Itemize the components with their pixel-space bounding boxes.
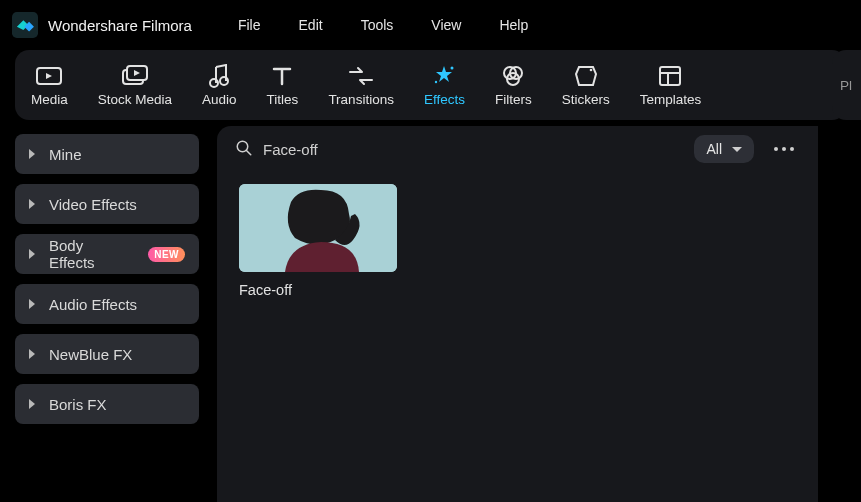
- search-icon: [235, 139, 253, 160]
- stickers-icon: [574, 64, 598, 88]
- right-panel-hint: Pl: [840, 78, 852, 93]
- svg-point-9: [435, 80, 437, 82]
- sidebar-item-newblue-fx[interactable]: NewBlue FX: [15, 334, 199, 374]
- tab-label: Filters: [495, 92, 532, 107]
- tab-label: Stickers: [562, 92, 610, 107]
- sidebar: Mine Video Effects Body Effects NEW Audi…: [15, 126, 199, 502]
- sidebar-item-boris-fx[interactable]: Boris FX: [15, 384, 199, 424]
- audio-icon: [208, 64, 230, 88]
- chevron-right-icon: [29, 399, 35, 409]
- transitions-icon: [348, 64, 374, 88]
- chevron-right-icon: [29, 299, 35, 309]
- more-icon: [782, 147, 786, 151]
- sidebar-item-label: NewBlue FX: [49, 346, 132, 363]
- new-badge: NEW: [148, 247, 185, 262]
- svg-marker-2: [46, 73, 52, 79]
- titles-icon: [271, 64, 293, 88]
- filter-label: All: [706, 141, 722, 157]
- ribbon: Media Stock Media Audio Titles Transitio…: [15, 50, 846, 120]
- tab-audio[interactable]: Audio: [196, 64, 243, 107]
- chevron-down-icon: [732, 147, 742, 152]
- sidebar-item-mine[interactable]: Mine: [15, 134, 199, 174]
- media-icon: [36, 64, 62, 88]
- search-input[interactable]: [263, 141, 680, 158]
- tab-transitions[interactable]: Transitions: [322, 64, 400, 107]
- tab-stock-media[interactable]: Stock Media: [92, 64, 178, 107]
- more-icon: [774, 147, 778, 151]
- menu-help[interactable]: Help: [499, 17, 528, 33]
- effect-thumbnail: [239, 184, 397, 272]
- filter-dropdown[interactable]: All: [694, 135, 754, 163]
- menu-edit[interactable]: Edit: [299, 17, 323, 33]
- tab-label: Effects: [424, 92, 465, 107]
- svg-point-13: [589, 68, 592, 71]
- tab-label: Templates: [640, 92, 702, 107]
- search-box[interactable]: [235, 139, 680, 160]
- sidebar-item-body-effects[interactable]: Body Effects NEW: [15, 234, 199, 274]
- chevron-right-icon: [29, 249, 35, 259]
- sidebar-item-video-effects[interactable]: Video Effects: [15, 184, 199, 224]
- more-icon: [790, 147, 794, 151]
- chevron-right-icon: [29, 349, 35, 359]
- sidebar-item-audio-effects[interactable]: Audio Effects: [15, 284, 199, 324]
- tab-label: Stock Media: [98, 92, 172, 107]
- menu-tools[interactable]: Tools: [361, 17, 394, 33]
- tab-effects[interactable]: Effects: [418, 64, 471, 107]
- tab-templates[interactable]: Templates: [634, 64, 708, 107]
- templates-icon: [658, 64, 682, 88]
- effects-icon: [432, 64, 456, 88]
- more-options-button[interactable]: [768, 141, 800, 157]
- main-panel: All: [217, 126, 818, 502]
- menu-file[interactable]: File: [238, 17, 261, 33]
- svg-rect-14: [660, 67, 680, 85]
- svg-point-8: [451, 66, 454, 69]
- effect-card-label: Face-off: [239, 282, 397, 298]
- app-title: Wondershare Filmora: [48, 17, 192, 34]
- toolbar: All: [217, 126, 818, 172]
- tab-label: Audio: [202, 92, 237, 107]
- menu-bar: File Edit Tools View Help: [238, 17, 528, 33]
- titlebar: Wondershare Filmora File Edit Tools View…: [0, 0, 861, 50]
- tab-stickers[interactable]: Stickers: [556, 64, 616, 107]
- sidebar-item-label: Mine: [49, 146, 82, 163]
- stock-media-icon: [122, 64, 148, 88]
- effect-card[interactable]: Face-off: [239, 184, 397, 298]
- tab-media[interactable]: Media: [25, 64, 74, 107]
- right-panel-peek: Pl: [832, 50, 861, 120]
- chevron-right-icon: [29, 149, 35, 159]
- sidebar-item-label: Boris FX: [49, 396, 107, 413]
- tab-filters[interactable]: Filters: [489, 64, 538, 107]
- tab-label: Media: [31, 92, 68, 107]
- svg-line-18: [246, 150, 251, 155]
- tab-label: Titles: [267, 92, 299, 107]
- results-grid: Face-off: [217, 172, 818, 502]
- tab-titles[interactable]: Titles: [261, 64, 305, 107]
- menu-view[interactable]: View: [431, 17, 461, 33]
- app-logo-icon: [12, 12, 38, 38]
- filters-icon: [501, 64, 525, 88]
- tab-label: Transitions: [328, 92, 394, 107]
- chevron-right-icon: [29, 199, 35, 209]
- workspace: Mine Video Effects Body Effects NEW Audi…: [15, 126, 818, 502]
- sidebar-item-label: Body Effects: [49, 237, 128, 271]
- sidebar-item-label: Audio Effects: [49, 296, 137, 313]
- sidebar-item-label: Video Effects: [49, 196, 137, 213]
